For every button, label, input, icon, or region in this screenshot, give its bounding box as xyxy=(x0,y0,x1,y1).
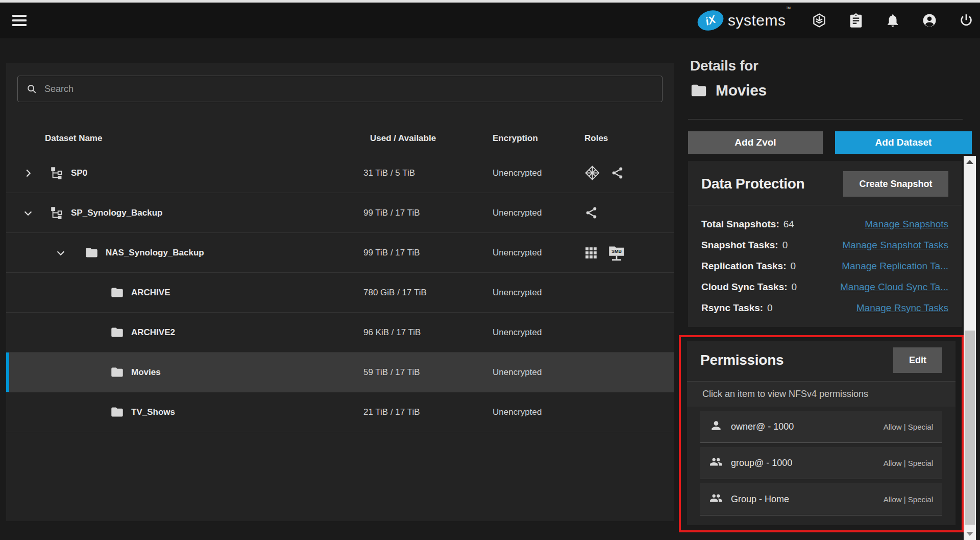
power-icon[interactable] xyxy=(959,13,974,28)
permission-access: Allow | Special xyxy=(884,422,933,431)
stat-row: Replication Tasks:0Manage Replication Ta… xyxy=(701,255,948,276)
column-header-dataset-name: Dataset Name xyxy=(6,133,363,144)
dataset-icon xyxy=(50,166,64,180)
datasets-panel: Dataset Name Used / Available Encryption… xyxy=(6,63,674,521)
folder-icon xyxy=(110,286,124,300)
folder-icon xyxy=(110,365,124,380)
used-available-value: 21 TiB / 17 TiB xyxy=(363,407,493,417)
dataset-name-label: ARCHIVE xyxy=(131,288,170,298)
permission-item-group-1000[interactable]: group@ - 1000Allow | Special xyxy=(700,447,942,479)
person-icon xyxy=(709,419,723,434)
people-icon xyxy=(709,455,723,471)
create-snapshot-button[interactable]: Create Snapshot xyxy=(843,171,948,197)
dataset-name-label: TV_Shows xyxy=(131,407,175,417)
table-header-row: Dataset Name Used / Available Encryption… xyxy=(6,124,674,153)
folder-icon xyxy=(84,246,99,260)
permission-item-Group-Home[interactable]: Group - HomeAllow | Special xyxy=(700,483,942,515)
permissions-list: owner@ - 1000Allow | Specialgroup@ - 100… xyxy=(700,411,942,515)
permissions-highlight-box: Permissions Edit Click an item to view N… xyxy=(679,335,964,532)
search-box[interactable] xyxy=(17,76,663,102)
search-icon xyxy=(26,83,37,95)
table-row-Movies[interactable]: Movies59 TiB / 17 TiBUnencrypted xyxy=(6,352,674,392)
search-input[interactable] xyxy=(43,83,654,95)
permission-principal: group@ - 1000 xyxy=(731,458,792,468)
chevron-down-icon[interactable] xyxy=(22,207,34,219)
ixsystems-logo-text: systems™ xyxy=(728,12,791,29)
stat-row: Total Snapshots:64Manage Snapshots xyxy=(701,214,948,234)
permission-access: Allow | Special xyxy=(884,459,933,467)
dataset-table-body: SP031 TiB / 5 TiBUnencryptedSP_Synology_… xyxy=(6,153,674,432)
table-row-ARCHIVE2[interactable]: ARCHIVE296 KiB / 17 TiBUnencrypted xyxy=(6,312,674,352)
link-manage-rsync-tasks[interactable]: Manage Rsync Tasks xyxy=(856,302,948,314)
dataset-name-label: NAS_Synology_Backup xyxy=(106,248,204,258)
stat-row: Snapshot Tasks:0Manage Snapshot Tasks xyxy=(701,234,948,255)
column-header-roles: Roles xyxy=(584,133,674,144)
share-icon xyxy=(610,166,624,180)
table-row-SP_Synology_Backup[interactable]: SP_Synology_Backup99 TiB / 17 TiBUnencry… xyxy=(6,193,674,232)
selected-dataset-name: Movies xyxy=(716,82,767,99)
permissions-card: Permissions Edit Click an item to view N… xyxy=(687,341,955,525)
table-row-SP0[interactable]: SP031 TiB / 5 TiBUnencrypted xyxy=(6,153,674,193)
stat-row: Rsync Tasks:0Manage Rsync Tasks xyxy=(701,297,948,318)
topbar-icon-group xyxy=(812,3,974,38)
permission-principal: owner@ - 1000 xyxy=(731,421,794,432)
truenas-cube-icon[interactable] xyxy=(812,13,827,28)
permissions-hint: Click an item to view NFSv4 permissions xyxy=(687,382,955,407)
permissions-title: Permissions xyxy=(700,352,783,368)
ixsystems-logo: iX systems™ xyxy=(697,3,791,38)
table-row-ARCHIVE[interactable]: ARCHIVE780 GiB / 17 TiBUnencrypted xyxy=(6,272,674,312)
used-available-value: 96 KiB / 17 TiB xyxy=(363,327,493,338)
ix-logo-ellipse: iX xyxy=(695,7,726,34)
stat-label-value: Cloud Sync Tasks:0 xyxy=(701,281,797,293)
stat-label-value: Replication Tasks:0 xyxy=(701,261,796,272)
table-row-NAS_Synology_Backup[interactable]: NAS_Synology_Backup99 TiB / 17 TiBUnencr… xyxy=(6,232,674,272)
dataset-name-label: SP_Synology_Backup xyxy=(71,208,163,218)
table-row-TV_Shows[interactable]: TV_Shows21 TiB / 17 TiBUnencrypted xyxy=(6,392,674,432)
card-divider xyxy=(688,205,962,205)
folder-icon xyxy=(110,405,124,419)
encryption-value: Unencrypted xyxy=(493,168,584,178)
scrollbar-up-arrow[interactable] xyxy=(964,157,976,167)
chevron-right-icon[interactable] xyxy=(22,167,34,179)
used-available-value: 59 TiB / 17 TiB xyxy=(363,367,493,378)
link-manage-replication-ta[interactable]: Manage Replication Ta... xyxy=(842,261,948,272)
selected-row-indicator xyxy=(6,353,9,392)
chevron-down-icon[interactable] xyxy=(55,247,67,259)
data-protection-title: Data Protection xyxy=(701,176,804,192)
mesh-icon xyxy=(584,165,600,181)
encryption-value: Unencrypted xyxy=(493,367,584,378)
used-available-value: 99 TiB / 17 TiB xyxy=(363,248,493,258)
permission-access: Allow | Special xyxy=(884,495,933,504)
dp-stats: Total Snapshots:64Manage SnapshotsSnapsh… xyxy=(701,214,948,318)
encryption-value: Unencrypted xyxy=(493,288,584,298)
column-header-used-available: Used / Available xyxy=(363,133,493,144)
scrollbar-down-arrow[interactable] xyxy=(964,529,976,539)
link-manage-snapshots[interactable]: Manage Snapshots xyxy=(865,219,948,230)
grid-icon xyxy=(584,246,598,260)
truenas-datasets-page: iX systems™ Dataset Name Used / Availabl… xyxy=(0,0,980,540)
stat-label-value: Snapshot Tasks:0 xyxy=(701,240,788,251)
folder-icon xyxy=(690,82,707,99)
add-dataset-button[interactable]: Add Dataset xyxy=(835,131,972,154)
permission-principal: Group - Home xyxy=(731,494,789,505)
used-available-value: 780 GiB / 17 TiB xyxy=(363,288,493,298)
add-zvol-button[interactable]: Add Zvol xyxy=(688,131,823,154)
encryption-value: Unencrypted xyxy=(493,208,584,218)
permission-item-owner-1000[interactable]: owner@ - 1000Allow | Special xyxy=(700,411,942,443)
bell-icon[interactable] xyxy=(885,13,900,28)
data-protection-card: Data Protection Create Snapshot Total Sn… xyxy=(688,161,962,327)
stat-label-value: Total Snapshots:64 xyxy=(701,219,794,230)
people-icon xyxy=(709,491,723,507)
link-manage-cloud-sync-ta[interactable]: Manage Cloud Sync Ta... xyxy=(840,281,948,293)
edit-permissions-button[interactable]: Edit xyxy=(893,347,942,373)
hamburger-menu-icon[interactable] xyxy=(12,13,27,28)
link-manage-snapshot-tasks[interactable]: Manage Snapshot Tasks xyxy=(842,240,948,251)
details-scrollbar[interactable] xyxy=(964,156,976,540)
stat-row: Cloud Sync Tasks:0Manage Cloud Sync Ta..… xyxy=(701,276,948,297)
account-icon[interactable] xyxy=(922,13,937,28)
scrollbar-thumb[interactable] xyxy=(965,331,975,525)
clipboard-icon[interactable] xyxy=(848,13,864,28)
dataset-name-label: ARCHIVE2 xyxy=(131,327,175,338)
folder-icon xyxy=(110,325,124,340)
details-for-label: Details for xyxy=(690,58,758,74)
